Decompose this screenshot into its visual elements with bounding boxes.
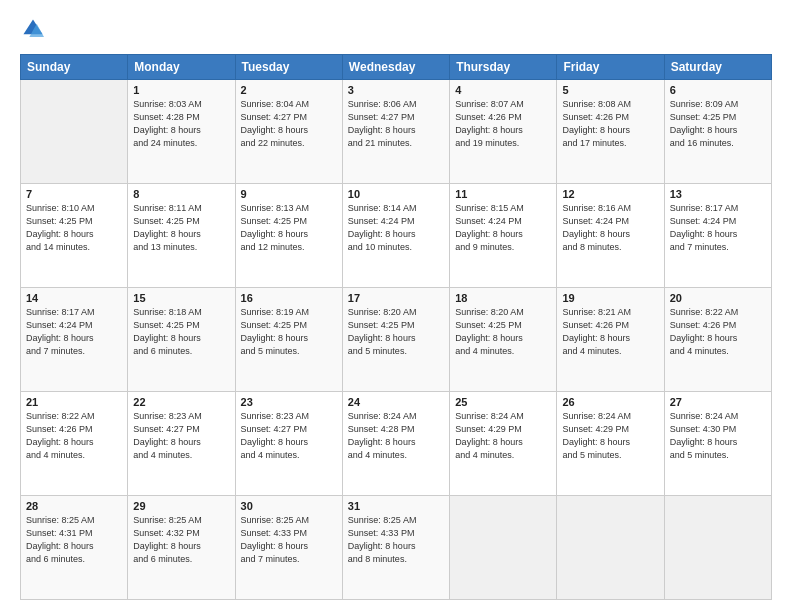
day-cell: 7Sunrise: 8:10 AM Sunset: 4:25 PM Daylig… [21,184,128,288]
day-cell [557,496,664,600]
day-number: 3 [348,84,444,96]
day-cell: 12Sunrise: 8:16 AM Sunset: 4:24 PM Dayli… [557,184,664,288]
week-row-1: 1Sunrise: 8:03 AM Sunset: 4:28 PM Daylig… [21,80,772,184]
day-info: Sunrise: 8:16 AM Sunset: 4:24 PM Dayligh… [562,202,658,254]
day-info: Sunrise: 8:03 AM Sunset: 4:28 PM Dayligh… [133,98,229,150]
day-number: 31 [348,500,444,512]
header-day-monday: Monday [128,55,235,80]
day-info: Sunrise: 8:17 AM Sunset: 4:24 PM Dayligh… [670,202,766,254]
day-info: Sunrise: 8:15 AM Sunset: 4:24 PM Dayligh… [455,202,551,254]
week-row-2: 7Sunrise: 8:10 AM Sunset: 4:25 PM Daylig… [21,184,772,288]
day-number: 13 [670,188,766,200]
day-cell: 22Sunrise: 8:23 AM Sunset: 4:27 PM Dayli… [128,392,235,496]
day-info: Sunrise: 8:14 AM Sunset: 4:24 PM Dayligh… [348,202,444,254]
day-cell: 29Sunrise: 8:25 AM Sunset: 4:32 PM Dayli… [128,496,235,600]
day-cell: 17Sunrise: 8:20 AM Sunset: 4:25 PM Dayli… [342,288,449,392]
day-number: 18 [455,292,551,304]
logo-icon [22,18,44,40]
day-info: Sunrise: 8:24 AM Sunset: 4:29 PM Dayligh… [562,410,658,462]
header-day-friday: Friday [557,55,664,80]
day-number: 2 [241,84,337,96]
day-cell: 16Sunrise: 8:19 AM Sunset: 4:25 PM Dayli… [235,288,342,392]
day-cell: 6Sunrise: 8:09 AM Sunset: 4:25 PM Daylig… [664,80,771,184]
day-cell: 4Sunrise: 8:07 AM Sunset: 4:26 PM Daylig… [450,80,557,184]
logo [20,18,44,44]
day-number: 25 [455,396,551,408]
day-info: Sunrise: 8:13 AM Sunset: 4:25 PM Dayligh… [241,202,337,254]
day-cell: 11Sunrise: 8:15 AM Sunset: 4:24 PM Dayli… [450,184,557,288]
day-number: 4 [455,84,551,96]
day-cell: 28Sunrise: 8:25 AM Sunset: 4:31 PM Dayli… [21,496,128,600]
day-cell: 2Sunrise: 8:04 AM Sunset: 4:27 PM Daylig… [235,80,342,184]
header-day-thursday: Thursday [450,55,557,80]
day-number: 9 [241,188,337,200]
day-cell: 26Sunrise: 8:24 AM Sunset: 4:29 PM Dayli… [557,392,664,496]
header-day-tuesday: Tuesday [235,55,342,80]
day-number: 29 [133,500,229,512]
day-info: Sunrise: 8:23 AM Sunset: 4:27 PM Dayligh… [241,410,337,462]
day-info: Sunrise: 8:24 AM Sunset: 4:30 PM Dayligh… [670,410,766,462]
day-info: Sunrise: 8:10 AM Sunset: 4:25 PM Dayligh… [26,202,122,254]
day-number: 28 [26,500,122,512]
day-info: Sunrise: 8:25 AM Sunset: 4:33 PM Dayligh… [348,514,444,566]
day-cell: 1Sunrise: 8:03 AM Sunset: 4:28 PM Daylig… [128,80,235,184]
day-number: 6 [670,84,766,96]
day-cell: 8Sunrise: 8:11 AM Sunset: 4:25 PM Daylig… [128,184,235,288]
day-cell: 23Sunrise: 8:23 AM Sunset: 4:27 PM Dayli… [235,392,342,496]
day-cell: 21Sunrise: 8:22 AM Sunset: 4:26 PM Dayli… [21,392,128,496]
day-info: Sunrise: 8:11 AM Sunset: 4:25 PM Dayligh… [133,202,229,254]
day-number: 23 [241,396,337,408]
day-info: Sunrise: 8:08 AM Sunset: 4:26 PM Dayligh… [562,98,658,150]
header-day-saturday: Saturday [664,55,771,80]
day-cell [21,80,128,184]
day-cell: 3Sunrise: 8:06 AM Sunset: 4:27 PM Daylig… [342,80,449,184]
day-cell: 14Sunrise: 8:17 AM Sunset: 4:24 PM Dayli… [21,288,128,392]
header-day-sunday: Sunday [21,55,128,80]
day-info: Sunrise: 8:04 AM Sunset: 4:27 PM Dayligh… [241,98,337,150]
day-cell: 25Sunrise: 8:24 AM Sunset: 4:29 PM Dayli… [450,392,557,496]
day-cell: 19Sunrise: 8:21 AM Sunset: 4:26 PM Dayli… [557,288,664,392]
day-cell: 18Sunrise: 8:20 AM Sunset: 4:25 PM Dayli… [450,288,557,392]
day-number: 16 [241,292,337,304]
day-info: Sunrise: 8:25 AM Sunset: 4:33 PM Dayligh… [241,514,337,566]
day-info: Sunrise: 8:22 AM Sunset: 4:26 PM Dayligh… [670,306,766,358]
day-info: Sunrise: 8:19 AM Sunset: 4:25 PM Dayligh… [241,306,337,358]
day-cell: 31Sunrise: 8:25 AM Sunset: 4:33 PM Dayli… [342,496,449,600]
day-number: 12 [562,188,658,200]
day-number: 10 [348,188,444,200]
day-cell: 5Sunrise: 8:08 AM Sunset: 4:26 PM Daylig… [557,80,664,184]
day-cell: 13Sunrise: 8:17 AM Sunset: 4:24 PM Dayli… [664,184,771,288]
day-info: Sunrise: 8:17 AM Sunset: 4:24 PM Dayligh… [26,306,122,358]
day-info: Sunrise: 8:22 AM Sunset: 4:26 PM Dayligh… [26,410,122,462]
day-info: Sunrise: 8:21 AM Sunset: 4:26 PM Dayligh… [562,306,658,358]
day-number: 1 [133,84,229,96]
day-info: Sunrise: 8:24 AM Sunset: 4:29 PM Dayligh… [455,410,551,462]
day-number: 19 [562,292,658,304]
day-number: 17 [348,292,444,304]
day-number: 5 [562,84,658,96]
day-cell: 10Sunrise: 8:14 AM Sunset: 4:24 PM Dayli… [342,184,449,288]
day-number: 24 [348,396,444,408]
day-info: Sunrise: 8:20 AM Sunset: 4:25 PM Dayligh… [455,306,551,358]
calendar-header-row: SundayMondayTuesdayWednesdayThursdayFrid… [21,55,772,80]
day-cell: 27Sunrise: 8:24 AM Sunset: 4:30 PM Dayli… [664,392,771,496]
day-info: Sunrise: 8:20 AM Sunset: 4:25 PM Dayligh… [348,306,444,358]
day-cell: 24Sunrise: 8:24 AM Sunset: 4:28 PM Dayli… [342,392,449,496]
day-cell [664,496,771,600]
day-info: Sunrise: 8:07 AM Sunset: 4:26 PM Dayligh… [455,98,551,150]
day-cell: 15Sunrise: 8:18 AM Sunset: 4:25 PM Dayli… [128,288,235,392]
day-number: 11 [455,188,551,200]
day-number: 8 [133,188,229,200]
week-row-5: 28Sunrise: 8:25 AM Sunset: 4:31 PM Dayli… [21,496,772,600]
day-number: 21 [26,396,122,408]
day-info: Sunrise: 8:06 AM Sunset: 4:27 PM Dayligh… [348,98,444,150]
page: SundayMondayTuesdayWednesdayThursdayFrid… [0,0,792,612]
day-info: Sunrise: 8:18 AM Sunset: 4:25 PM Dayligh… [133,306,229,358]
day-number: 22 [133,396,229,408]
header-day-wednesday: Wednesday [342,55,449,80]
day-number: 30 [241,500,337,512]
week-row-4: 21Sunrise: 8:22 AM Sunset: 4:26 PM Dayli… [21,392,772,496]
day-cell: 9Sunrise: 8:13 AM Sunset: 4:25 PM Daylig… [235,184,342,288]
day-number: 7 [26,188,122,200]
day-number: 15 [133,292,229,304]
